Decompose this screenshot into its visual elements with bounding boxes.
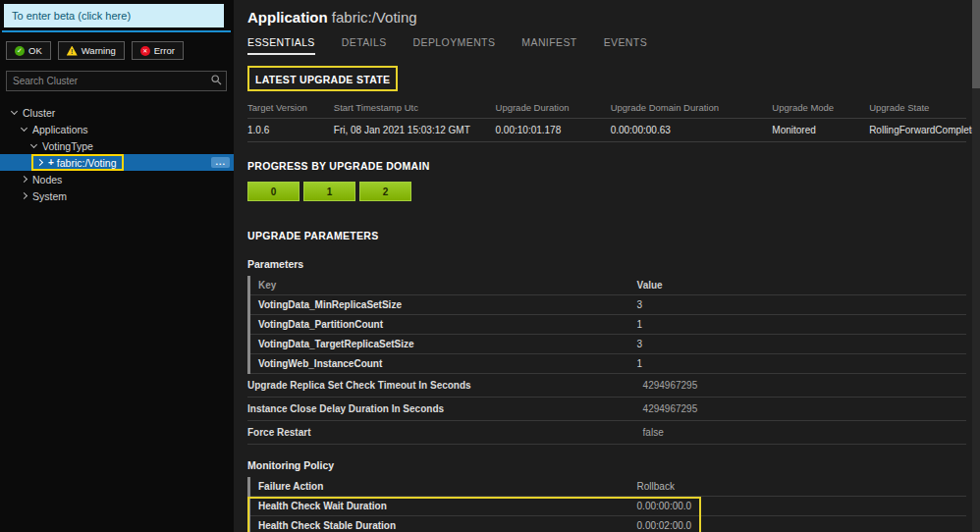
entity-type-label: Application (247, 9, 328, 26)
tab-essentials[interactable]: ESSENTIALS (247, 36, 315, 55)
monitoring-policy-table: Failure Action Rollback Health Check Wai… (247, 477, 966, 532)
search-input[interactable] (6, 71, 227, 91)
cluster-tree: Cluster Applications VotingType + fabric… (0, 104, 234, 204)
progress-section: PROGRESS BY UPGRADE DOMAIN (247, 156, 966, 174)
tab-deployments[interactable]: DEPLOYMENTS (413, 36, 496, 55)
cell-upgrade-domain-duration: 0.00:00:00.63 (611, 125, 773, 135)
cell-value: 4294967295 (643, 403, 698, 414)
chevron-down-icon (30, 141, 37, 148)
tab-bar: ESSENTIALS DETAILS DEPLOYMENTS MANIFEST … (247, 36, 966, 55)
highlight-annotation-box: + fabric:/Voting (31, 154, 124, 171)
cell-value: 1 (637, 319, 643, 330)
tree-label: Nodes (32, 174, 62, 186)
sidebar-item-votingtype[interactable]: VotingType (0, 137, 234, 154)
warning-label: Warning (82, 45, 116, 56)
actions-ellipsis-button[interactable]: ... (211, 157, 230, 168)
kv-row: Instance Close Delay Duration In Seconds… (247, 398, 966, 421)
sidebar-item-nodes[interactable]: Nodes (0, 171, 234, 187)
parameters-subtitle: Parameters (247, 258, 966, 270)
chevron-right-icon (21, 192, 27, 199)
page-title: Application fabric:/Voting (247, 9, 966, 26)
cell-start-timestamp: Fri, 08 Jan 2021 15:03:12 GMT (334, 125, 496, 135)
upgrade-state-table: Target Version Start Timestamp Utc Upgra… (247, 98, 966, 142)
chevron-down-icon (21, 125, 27, 132)
cell-upgrade-state: RollingForwardCompleted (869, 125, 966, 135)
chevron-right-icon (21, 176, 27, 183)
table-row: 1.0.6 Fri, 08 Jan 2021 15:03:12 GMT 0.00… (247, 119, 966, 142)
beta-banner-link[interactable]: To enter beta (click here) (4, 4, 224, 27)
tree-label: fabric:/Voting (57, 157, 117, 169)
scrollbar-thumb[interactable] (972, 0, 980, 88)
column-header: Start Timestamp Utc (334, 102, 496, 113)
table-row: Failure Action Rollback (250, 477, 966, 497)
ok-filter-button[interactable]: ✓ OK (6, 41, 51, 60)
warning-filter-button[interactable]: ! Warning (58, 41, 125, 60)
section-title: PROGRESS BY UPGRADE DOMAIN (247, 160, 430, 172)
table-row: VotingData_MinReplicaSetSize 3 (250, 295, 966, 315)
sidebar: To enter beta (click here) ✓ OK ! Warnin… (0, 0, 234, 532)
cell-value: 1 (637, 358, 643, 369)
column-header-key: Key (258, 280, 637, 291)
cell-key: VotingWeb_InstanceCount (258, 358, 637, 369)
cell-key: VotingData_PartitionCount (258, 319, 637, 330)
cell-value: 0.00:02:00.0 (637, 520, 692, 531)
column-header: Upgrade Duration (496, 102, 611, 113)
upgrade-domain-tile: 2 (359, 182, 411, 201)
column-header: Target Version (247, 102, 334, 113)
cell-upgrade-duration: 0.00:10:01.178 (496, 125, 611, 135)
sidebar-item-cluster[interactable]: Cluster (0, 104, 234, 121)
chevron-down-icon (11, 108, 18, 115)
error-label: Error (154, 45, 175, 56)
banner-underline (2, 30, 231, 32)
main-content: Application fabric:/Voting ESSENTIALS DE… (234, 0, 980, 532)
highlight-annotation-group: Health Check Wait Duration 0.00:00:00.0 … (250, 497, 966, 532)
tab-events[interactable]: EVENTS (604, 36, 647, 55)
table-header-row: Target Version Start Timestamp Utc Upgra… (247, 98, 966, 119)
service-fabric-explorer: To enter beta (click here) ✓ OK ! Warnin… (0, 0, 980, 532)
cell-upgrade-mode: Monitored (772, 125, 869, 135)
cell-key: Failure Action (258, 481, 637, 492)
kv-row: Upgrade Replica Set Check Timeout In Sec… (247, 374, 966, 398)
cell-key: VotingData_MinReplicaSetSize (258, 299, 637, 310)
tree-label: Cluster (23, 107, 55, 119)
tree-label: System (32, 190, 67, 202)
sidebar-item-system[interactable]: System (0, 187, 234, 204)
sidebar-item-applications[interactable]: Applications (0, 121, 234, 137)
cell-value: 3 (637, 339, 643, 349)
health-status-bar: ✓ OK ! Warning ✕ Error (6, 41, 234, 60)
ok-label: OK (28, 45, 42, 56)
table-row: Health Check Wait Duration 0.00:00:00.0 (250, 497, 966, 516)
entity-name-label: fabric:/Voting (332, 9, 417, 26)
cell-value: false (643, 427, 664, 438)
error-filter-button[interactable]: ✕ Error (132, 41, 184, 60)
cell-target-version: 1.0.6 (247, 125, 334, 135)
cell-key: VotingData_TargetReplicaSetSize (258, 339, 637, 349)
warning-icon: ! (67, 46, 78, 56)
tab-manifest[interactable]: MANIFEST (521, 36, 576, 55)
ok-icon: ✓ (15, 46, 25, 56)
upgrade-domain-tile: 0 (247, 182, 299, 201)
table-row: VotingData_TargetReplicaSetSize 3 (250, 335, 966, 354)
error-icon: ✕ (140, 46, 150, 56)
sidebar-item-fabric-voting[interactable]: + fabric:/Voting ... (0, 154, 234, 171)
monitoring-policy-subtitle: Monitoring Policy (247, 459, 966, 471)
column-header: Upgrade Domain Duration (611, 102, 773, 113)
table-row: VotingData_PartitionCount 1 (250, 315, 966, 335)
cell-key: Force Restart (247, 427, 643, 438)
tree-label: Applications (32, 124, 88, 135)
cell-value: Rollback (637, 481, 675, 492)
upgrade-settings-list: Upgrade Replica Set Check Timeout In Sec… (247, 374, 966, 445)
cell-value: 0.00:00:00.0 (637, 501, 692, 511)
parameters-table: Key Value VotingData_MinReplicaSetSize 3… (247, 276, 966, 374)
cell-key: Upgrade Replica Set Check Timeout In Sec… (247, 380, 643, 391)
chevron-right-icon (36, 159, 43, 166)
latest-upgrade-state-section: LATEST UPGRADE STATE (247, 66, 966, 91)
search-icon (211, 75, 222, 85)
cell-value: 4294967295 (643, 380, 698, 391)
cell-key: Health Check Wait Duration (258, 501, 637, 511)
column-header: Upgrade Mode (772, 102, 869, 113)
plus-icon: + (48, 157, 54, 168)
tree-label: VotingType (42, 140, 93, 152)
tab-details[interactable]: DETAILS (342, 36, 387, 55)
kv-row: Force Restart false (247, 421, 966, 445)
